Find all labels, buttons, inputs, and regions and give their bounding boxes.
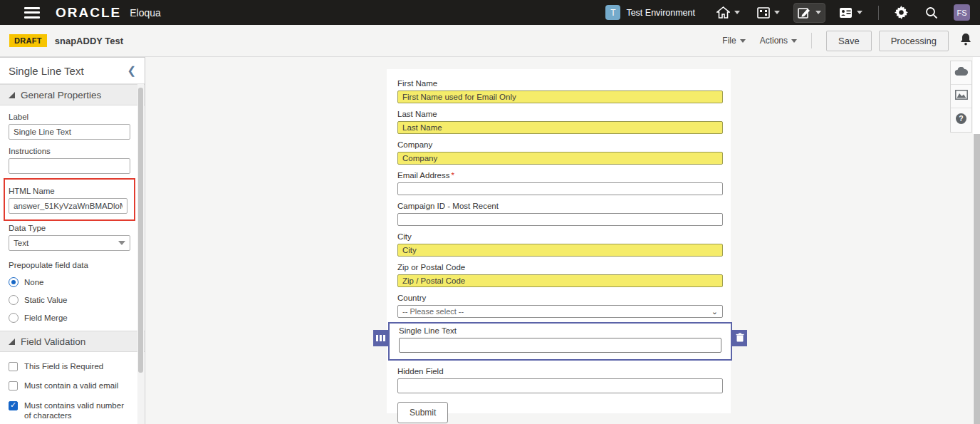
divider	[811, 33, 812, 48]
form-field-input-hidden-field[interactable]	[397, 378, 723, 393]
assets-menu-active[interactable]	[793, 3, 825, 23]
radio-field-merge[interactable]: Field Merge	[9, 313, 130, 323]
data-type-select[interactable]: Text	[9, 235, 130, 251]
search-button[interactable]	[922, 4, 942, 22]
product-name: Eloqua	[130, 7, 161, 19]
form-field-input-single-line-text[interactable]	[399, 338, 721, 353]
contacts-menu[interactable]	[835, 4, 866, 21]
chevron-down-icon	[857, 11, 862, 14]
section-expand-icon	[9, 92, 15, 98]
form-field-label: Zip or Postal Code	[397, 257, 723, 272]
selected-form-field[interactable]: Single Line Text	[388, 322, 732, 361]
svg-text:?: ?	[959, 114, 963, 123]
chart-icon	[955, 90, 968, 103]
form-field-input-city[interactable]	[397, 244, 723, 257]
form-field-country-select[interactable]: -- Please select -- ⌄	[397, 305, 723, 318]
form-field-input-company[interactable]	[397, 152, 723, 165]
gear-icon	[895, 6, 908, 19]
user-avatar[interactable]: FS	[954, 4, 970, 21]
divider	[878, 6, 879, 20]
form-field-label: Campaign ID - Most Recent	[397, 195, 723, 210]
cloud-icon	[954, 66, 969, 79]
chevron-down-icon: ⌄	[711, 308, 718, 316]
field-validation-section-header[interactable]: Field Validation	[0, 331, 145, 352]
page-scrollbar[interactable]	[973, 57, 980, 424]
reporting-button[interactable]	[951, 85, 971, 108]
radio-icon	[9, 277, 19, 287]
environment-badge: T	[605, 5, 620, 20]
radio-icon	[9, 295, 19, 305]
form-field-label: Last Name	[397, 103, 723, 118]
section-expand-icon	[9, 338, 15, 345]
checkbox-valid-email[interactable]: Must contain a valid email	[9, 381, 130, 391]
form-field-input-zip[interactable]	[397, 274, 723, 287]
radio-static-value[interactable]: Static Value	[9, 295, 130, 305]
status-badge: DRAFT	[9, 34, 47, 47]
form-field-label: Single Line Text	[399, 325, 721, 335]
radio-none[interactable]: None	[9, 277, 130, 287]
form-field-input-campaign-id[interactable]	[397, 213, 723, 226]
save-to-cloud-button[interactable]	[951, 61, 971, 85]
search-icon	[925, 6, 938, 19]
data-type-field-label: Data Type	[9, 224, 130, 232]
home-icon	[716, 6, 730, 19]
panel-title: Single Line Text	[9, 65, 84, 77]
chevron-down-icon	[734, 11, 740, 14]
processing-button[interactable]: Processing	[879, 31, 949, 51]
form-preview: First Name Last Name Company Email Addre…	[387, 69, 731, 413]
chevron-down-icon	[791, 39, 797, 43]
home-menu[interactable]	[713, 4, 744, 21]
campaigns-menu[interactable]	[754, 4, 783, 21]
form-field-input-email[interactable]	[397, 182, 723, 195]
contact-card-icon	[839, 7, 853, 19]
oracle-logo: ORACLE	[56, 5, 121, 21]
form-field-label: Country	[397, 287, 723, 302]
delete-field-button[interactable]	[732, 330, 747, 346]
general-properties-section-header[interactable]: General Properties	[0, 84, 145, 105]
help-icon: ?	[955, 113, 967, 128]
form-field-label: City	[397, 226, 723, 241]
form-field-label: Company	[397, 134, 723, 149]
required-asterisk: *	[452, 171, 454, 180]
form-field-input-last-name[interactable]	[397, 121, 723, 134]
checkbox-icon	[9, 401, 18, 410]
environment-label: Test Environment	[626, 8, 695, 18]
save-button[interactable]: Save	[826, 31, 872, 51]
chevron-down-icon	[774, 11, 780, 14]
document-toolbar: DRAFT snapADDY Test File Actions Save Pr…	[0, 25, 980, 57]
pencil-edit-icon	[798, 6, 811, 19]
canvas-side-toolbar: ?	[950, 61, 972, 133]
top-navigation-bar: ORACLE Eloqua T Test Environment	[0, 0, 980, 25]
actions-menu[interactable]: Actions	[760, 36, 797, 46]
sidebar-scrollbar[interactable]	[137, 84, 144, 424]
chevron-down-icon	[815, 11, 821, 14]
form-design-canvas: First Name Last Name Company Email Addre…	[146, 57, 980, 424]
chevron-down-icon	[740, 39, 746, 43]
submit-button[interactable]: Submit	[397, 402, 448, 423]
collapse-panel-icon[interactable]: ❮	[127, 64, 136, 77]
apps-grid-icon	[757, 7, 770, 19]
chevron-down-icon	[118, 241, 125, 245]
label-input[interactable]	[9, 124, 130, 140]
notifications-bell-icon[interactable]	[960, 33, 971, 48]
checkbox-valid-char-count[interactable]: Must contains valid number of characters	[9, 400, 130, 421]
instructions-field-label: Instructions	[9, 147, 130, 155]
html-name-highlight-box: HTML Name	[4, 178, 135, 221]
form-field-label: Email Address*	[397, 165, 723, 180]
radio-icon	[9, 313, 19, 323]
settings-button[interactable]	[891, 3, 912, 22]
page-title: snapADDY Test	[55, 36, 123, 46]
checkbox-field-required[interactable]: This Field is Required	[9, 361, 130, 371]
label-field-label: Label	[9, 113, 130, 121]
form-field-label: Hidden Field	[397, 361, 723, 376]
help-button[interactable]: ?	[951, 108, 971, 132]
instructions-input[interactable]	[9, 158, 130, 174]
html-name-input[interactable]	[9, 198, 127, 214]
form-field-label: First Name	[397, 79, 723, 88]
drag-handle-icon[interactable]	[373, 330, 388, 346]
field-settings-panel: Single Line Text ❮ General Properties La…	[0, 57, 145, 424]
file-menu[interactable]: File	[722, 36, 745, 46]
form-field-input-first-name[interactable]	[397, 91, 723, 103]
hamburger-menu-icon[interactable]	[24, 7, 40, 19]
prepopulate-label: Prepopulate field data	[9, 261, 130, 269]
